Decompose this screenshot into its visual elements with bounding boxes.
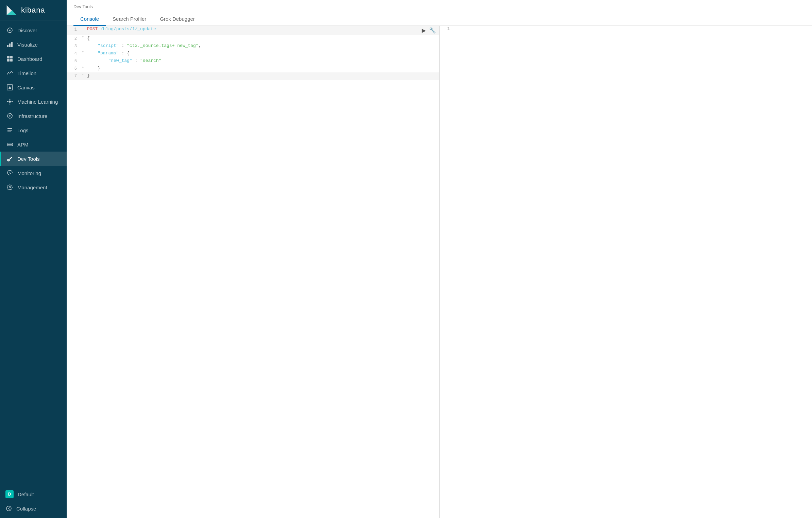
svg-marker-12 — [9, 86, 11, 89]
timelion-icon — [6, 70, 13, 76]
code-line-6: 6 ▴ } — [67, 65, 439, 72]
output-line-num-1: 1 — [440, 26, 453, 31]
machine-learning-icon — [6, 98, 13, 105]
code-line-4: 4 ▾ "params" : { — [67, 50, 439, 57]
code-line-7: 7 ▴ } — [67, 72, 439, 80]
user-label: Default — [18, 491, 34, 497]
sidebar-item-apm[interactable]: APM — [0, 137, 67, 152]
line-gutter-7[interactable]: ▴ — [80, 72, 86, 77]
user-item[interactable]: D Default — [0, 487, 67, 502]
management-icon — [6, 184, 13, 191]
svg-rect-26 — [7, 132, 11, 132]
svg-rect-6 — [11, 42, 13, 47]
line-content-7: } — [86, 72, 439, 80]
sidebar-item-infrastructure-label: Infrastructure — [17, 113, 47, 119]
editor-container: 1 POST /blog/posts/1/_update ▶ 🔧 2 ▾ { — [67, 26, 812, 518]
visualize-icon — [6, 41, 13, 48]
line-content-4: "params" : { — [86, 50, 439, 57]
sidebar-item-logs[interactable]: Logs — [0, 123, 67, 137]
sidebar-item-dashboard-label: Dashboard — [17, 56, 42, 62]
svg-point-15 — [10, 104, 11, 105]
apm-icon — [6, 141, 13, 148]
collapse-item[interactable]: Collapse — [0, 502, 67, 515]
sidebar-item-timelion-label: Timelion — [17, 70, 36, 76]
sidebar-item-management-label: Management — [17, 185, 47, 190]
line-content-1: POST /blog/posts/1/_update — [86, 26, 418, 33]
svg-point-13 — [9, 101, 11, 103]
infrastructure-icon — [6, 113, 13, 119]
tab-search-profiler[interactable]: Search Profiler — [106, 13, 153, 26]
svg-rect-9 — [7, 59, 10, 62]
sidebar-item-monitoring-label: Monitoring — [17, 170, 41, 176]
kibana-logo-icon — [5, 4, 18, 16]
editor-left: 1 POST /blog/posts/1/_update ▶ 🔧 2 ▾ { — [67, 26, 440, 518]
sidebar-item-discover[interactable]: Discover — [0, 23, 67, 37]
monitoring-icon — [6, 170, 13, 176]
canvas-icon — [6, 84, 13, 91]
logo-area: kibana — [0, 0, 67, 20]
line-content-2: { — [86, 35, 439, 42]
sidebar-bottom: D Default Collapse — [0, 484, 67, 518]
svg-point-17 — [12, 101, 13, 102]
svg-rect-7 — [7, 56, 10, 58]
svg-point-16 — [7, 101, 8, 102]
sidebar: kibana Discover Visualize — [0, 0, 67, 518]
svg-rect-24 — [7, 128, 12, 129]
sidebar-item-visualize-label: Visualize — [17, 42, 38, 48]
sidebar-item-dashboard[interactable]: Dashboard — [0, 52, 67, 66]
user-avatar: D — [5, 490, 14, 498]
code-editor[interactable]: 1 POST /blog/posts/1/_update ▶ 🔧 2 ▾ { — [67, 26, 439, 518]
line-num-5: 5 — [67, 57, 80, 65]
editor-right: 1 — [440, 26, 812, 518]
drag-handle[interactable]: ⋮ — [437, 265, 440, 279]
line-gutter-2[interactable]: ▾ — [80, 35, 86, 39]
svg-rect-28 — [7, 145, 13, 146]
svg-rect-8 — [10, 56, 13, 58]
code-line-3: 3 "script" : "ctx._source.tags+=new_tag"… — [67, 42, 439, 50]
run-button[interactable]: ▶ — [421, 27, 426, 34]
sidebar-item-machine-learning-label: Machine Learning — [17, 99, 58, 105]
sidebar-item-canvas[interactable]: Canvas — [0, 80, 67, 94]
svg-rect-25 — [7, 130, 12, 131]
code-line-2: 2 ▾ { — [67, 35, 439, 42]
sidebar-nav: Discover Visualize — [0, 20, 67, 484]
line-num-1: 1 — [67, 26, 80, 33]
svg-rect-10 — [10, 59, 13, 62]
svg-point-3 — [9, 30, 11, 31]
logs-icon — [6, 127, 13, 134]
line-content-3: "script" : "ctx._source.tags+=new_tag", — [86, 42, 439, 50]
app-name: kibana — [21, 6, 45, 15]
svg-point-23 — [9, 115, 11, 117]
discover-icon — [6, 27, 13, 34]
line-actions-1: ▶ 🔧 — [418, 26, 439, 35]
page-title: Dev Tools — [73, 4, 805, 9]
tab-grok-debugger[interactable]: Grok Debugger — [153, 13, 202, 26]
sidebar-item-visualize[interactable]: Visualize — [0, 37, 67, 52]
output-editor: 1 — [440, 26, 812, 518]
line-content-5: "new_tag" : "search" — [86, 57, 439, 65]
main-content: Dev Tools Console Search Profiler Grok D… — [67, 0, 812, 518]
line-gutter-4[interactable]: ▾ — [80, 50, 86, 54]
collapse-label: Collapse — [16, 506, 36, 512]
line-content-6: } — [86, 65, 439, 72]
tab-console[interactable]: Console — [73, 13, 106, 26]
sidebar-item-machine-learning[interactable]: Machine Learning — [0, 94, 67, 109]
sidebar-item-infrastructure[interactable]: Infrastructure — [0, 109, 67, 123]
svg-rect-27 — [7, 143, 13, 144]
tabs: Console Search Profiler Grok Debugger — [73, 13, 805, 25]
sidebar-item-timelion[interactable]: Timelion — [0, 66, 67, 80]
collapse-icon — [5, 505, 12, 512]
output-line-content-1 — [453, 26, 812, 31]
code-line-1: 1 POST /blog/posts/1/_update ▶ 🔧 — [67, 26, 439, 35]
line-num-2: 2 — [67, 35, 80, 42]
sidebar-item-dev-tools-label: Dev Tools — [17, 156, 40, 162]
sidebar-item-management[interactable]: Management — [0, 180, 67, 194]
page-header: Dev Tools Console Search Profiler Grok D… — [67, 0, 812, 26]
sidebar-item-dev-tools[interactable]: Dev Tools — [0, 152, 67, 166]
sidebar-item-monitoring[interactable]: Monitoring — [0, 166, 67, 180]
settings-button[interactable]: 🔧 — [428, 27, 437, 34]
line-gutter-6[interactable]: ▴ — [80, 65, 86, 69]
dashboard-icon — [6, 55, 13, 62]
svg-rect-5 — [9, 44, 11, 47]
dev-tools-icon — [6, 155, 13, 162]
